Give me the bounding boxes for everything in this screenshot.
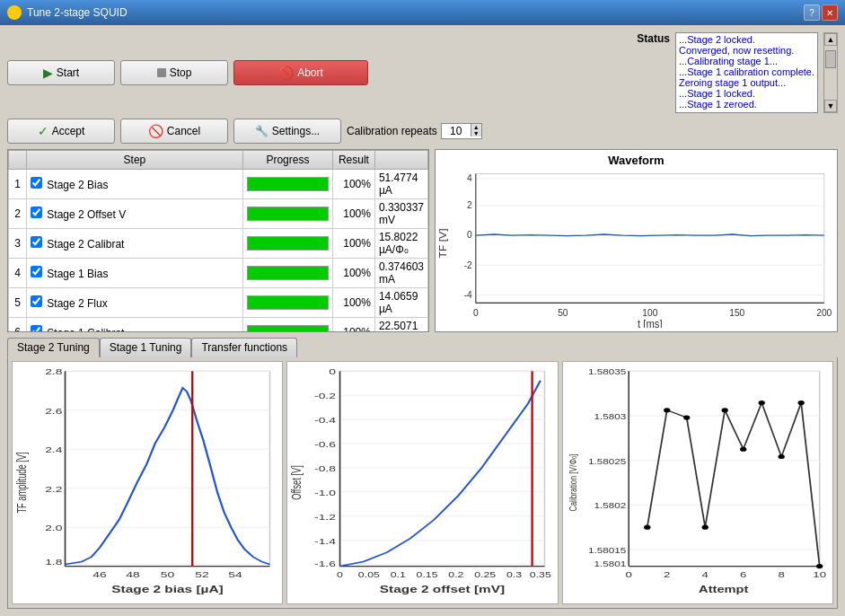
repeats-input[interactable] xyxy=(442,124,471,138)
window-title: Tune 2-stage SQUID xyxy=(27,6,128,19)
svg-text:4: 4 xyxy=(467,172,472,183)
row-num: 5 xyxy=(9,288,27,318)
row-result: 51.4774 µA xyxy=(374,170,427,199)
status-text-area[interactable]: ...Stage 2 locked.Converged, now resetti… xyxy=(675,32,818,113)
table-row: 1 Stage 2 Bias 100% 51.4774 µA xyxy=(9,170,428,199)
row-name: Stage 2 Flux xyxy=(27,288,243,318)
accept-button[interactable]: ✓ Accept xyxy=(7,119,115,144)
row-checkbox[interactable] xyxy=(31,295,42,307)
svg-text:100: 100 xyxy=(642,306,657,317)
close-button[interactable]: ✕ xyxy=(822,4,838,21)
svg-text:0.2: 0.2 xyxy=(449,571,464,579)
table-row: 5 Stage 2 Flux 100% 14.0659 µA xyxy=(9,288,428,318)
status-box: Status ...Stage 2 locked.Converged, now … xyxy=(637,32,838,113)
stop-icon xyxy=(157,68,166,77)
play-icon: ▶ xyxy=(43,66,53,80)
row-progress-pct: 100% xyxy=(332,259,374,288)
svg-point-110 xyxy=(816,564,823,568)
steps-table-container: Step Progress Result 1 Stage 2 Bias xyxy=(7,149,429,332)
row-progress-pct: 100% xyxy=(332,318,374,332)
svg-text:-4: -4 xyxy=(464,288,472,299)
settings-icon: 🔧 xyxy=(255,125,268,137)
svg-text:Stage 2 offset [mV]: Stage 2 offset [mV] xyxy=(380,584,505,594)
chart1-svg: TF amplitude [V] 2.8 2.6 2.4 2.2 2.0 1.8 xyxy=(13,362,282,603)
svg-point-101 xyxy=(644,525,650,530)
svg-text:50: 50 xyxy=(161,569,175,579)
row-checkbox[interactable] xyxy=(31,325,42,331)
waveform-chart: TF [V] 4 2 0 -2 -4 xyxy=(439,169,833,328)
status-scrollbar[interactable]: ▲ ▼ xyxy=(823,32,838,113)
main-content: ▶ Start Stop 🚫 Abort Status ...Stage 2 l… xyxy=(0,25,845,616)
row-name: Stage 2 Calibrat xyxy=(27,229,243,259)
spinner-down[interactable]: ▼ xyxy=(471,130,481,136)
svg-text:0: 0 xyxy=(625,570,631,579)
row-num: 6 xyxy=(9,318,27,332)
cancel-button[interactable]: 🚫 Cancel xyxy=(120,119,228,144)
second-buttons-row: ✓ Accept 🚫 Cancel 🔧 Settings... Calibrat… xyxy=(7,119,838,144)
row-result: 0.330337 mV xyxy=(374,199,427,229)
row-progress xyxy=(242,199,332,229)
svg-point-102 xyxy=(664,408,670,412)
row-checkbox[interactable] xyxy=(31,266,42,277)
svg-text:Attempt: Attempt xyxy=(699,585,749,594)
cal-repeats-label: Calibration repeats xyxy=(347,125,437,137)
svg-text:0.1: 0.1 xyxy=(391,571,406,579)
svg-text:-1.4: -1.4 xyxy=(314,536,336,546)
right-panel: Waveform TF [V] 4 2 0 -2 -4 xyxy=(435,149,838,332)
title-bar-buttons: ? ✕ xyxy=(804,4,838,21)
svg-rect-22 xyxy=(66,371,270,566)
help-button[interactable]: ? xyxy=(804,4,820,21)
svg-text:1.5803: 1.5803 xyxy=(594,413,626,421)
waveform-container: Waveform TF [V] 4 2 0 -2 -4 xyxy=(435,149,838,332)
row-num: 4 xyxy=(9,259,27,288)
svg-text:0: 0 xyxy=(337,571,343,579)
chart-stage2-offset: Offset [V] 0 -0.2 -0.4 -0.6 -0.8 -1.0 -1… xyxy=(286,361,558,604)
chart3-svg: Calibration [V/Φ₀] 1.58035 1.5803 1.5802… xyxy=(563,362,832,603)
table-row: 3 Stage 2 Calibrat 100% 15.8022 µA/Φ₀ xyxy=(9,229,428,259)
svg-text:-0.4: -0.4 xyxy=(314,416,336,426)
svg-text:2: 2 xyxy=(467,199,472,210)
svg-text:200: 200 xyxy=(816,306,832,317)
stop-button[interactable]: Stop xyxy=(120,60,228,85)
settings-button[interactable]: 🔧 Settings... xyxy=(233,119,341,144)
row-progress-pct: 100% xyxy=(332,170,374,199)
svg-text:2: 2 xyxy=(664,570,670,579)
top-buttons-row: ▶ Start Stop 🚫 Abort Status ...Stage 2 l… xyxy=(7,32,838,113)
repeats-spinner[interactable]: ▲ ▼ xyxy=(441,123,482,139)
row-progress-pct: 100% xyxy=(332,229,374,259)
table-scroll[interactable]: Step Progress Result 1 Stage 2 Bias xyxy=(8,150,428,331)
row-checkbox[interactable] xyxy=(31,236,42,248)
svg-text:TF amplitude [V]: TF amplitude [V] xyxy=(14,452,29,513)
row-checkbox[interactable] xyxy=(31,177,42,189)
svg-rect-46 xyxy=(340,371,545,566)
svg-text:1.5801: 1.5801 xyxy=(594,559,626,568)
row-name: Stage 2 Offset V xyxy=(27,199,243,229)
cancel-icon: 🚫 xyxy=(148,124,163,138)
row-checkbox[interactable] xyxy=(31,207,42,218)
svg-text:Offset [V]: Offset [V] xyxy=(290,465,304,500)
row-num: 3 xyxy=(9,229,27,259)
svg-text:-0.2: -0.2 xyxy=(314,392,336,401)
chart2-svg: Offset [V] 0 -0.2 -0.4 -0.6 -0.8 -1.0 -1… xyxy=(287,362,557,603)
tab-stage1-tuning[interactable]: Stage 1 Tuning xyxy=(100,338,192,357)
spinner-buttons: ▲ ▼ xyxy=(471,124,481,138)
abort-button[interactable]: 🚫 Abort xyxy=(233,60,368,85)
svg-text:Stage 2 bias [µA]: Stage 2 bias [µA] xyxy=(111,584,223,594)
col-scroll xyxy=(374,151,427,170)
svg-text:t [ms]: t [ms] xyxy=(638,318,662,328)
middle-section: Step Progress Result 1 Stage 2 Bias xyxy=(7,149,838,332)
svg-text:50: 50 xyxy=(558,306,568,317)
start-button[interactable]: ▶ Start xyxy=(7,60,115,85)
row-progress-pct: 100% xyxy=(332,199,374,229)
tab-transfer-functions[interactable]: Transfer functions xyxy=(191,338,297,357)
row-progress xyxy=(242,170,332,199)
svg-text:150: 150 xyxy=(729,306,744,317)
row-result: 22.5071 µA/Φ₀ xyxy=(374,318,427,332)
row-num: 2 xyxy=(9,199,27,229)
svg-text:48: 48 xyxy=(126,569,140,579)
title-bar-left: ⚡ Tune 2-stage SQUID xyxy=(7,5,128,20)
spinner-up[interactable]: ▲ xyxy=(471,124,481,130)
tab-stage2-tuning[interactable]: Stage 2 Tuning xyxy=(7,338,100,357)
svg-rect-0 xyxy=(476,174,824,304)
col-step xyxy=(9,151,27,170)
